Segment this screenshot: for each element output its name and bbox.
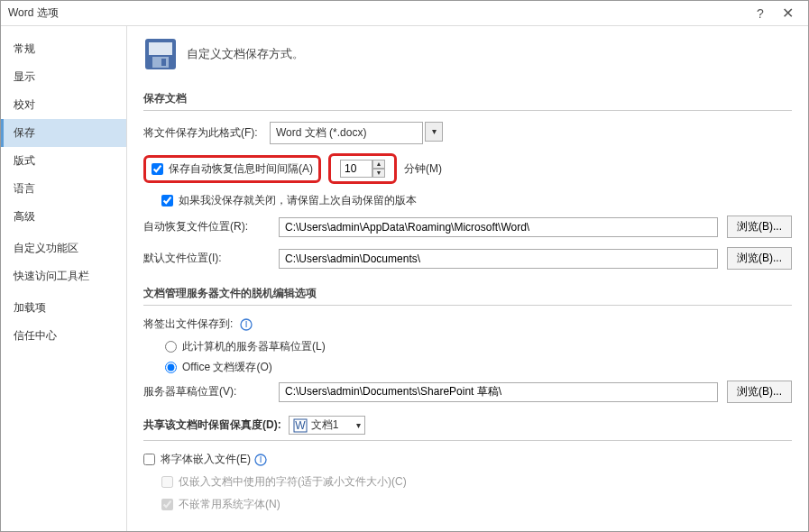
autosave-minutes-input[interactable]: [340, 160, 372, 178]
default-loc-label: 默认文件位置(I):: [143, 251, 279, 266]
sidebar-item-general[interactable]: 常规: [1, 35, 126, 63]
window-title: Word 选项: [8, 5, 747, 21]
section-save-title: 保存文档: [143, 87, 792, 111]
svg-text:i: i: [260, 454, 262, 465]
radio-cache-label: Office 文档缓存(O): [182, 360, 272, 375]
titlebar: Word 选项 ? ✕: [1, 1, 808, 26]
keep-last-autosave-checkbox[interactable]: [161, 195, 173, 206]
format-dropdown-arrow[interactable]: ▾: [425, 122, 443, 142]
minutes-suffix: 分钟(M): [404, 161, 442, 177]
sidebar-item-customize-ribbon[interactable]: 自定义功能区: [1, 234, 126, 262]
sidebar-item-save[interactable]: 保存: [1, 119, 126, 147]
format-dropdown[interactable]: Word 文档 (*.docx): [270, 122, 423, 144]
embed-used-only-label: 仅嵌入文档中使用的字符(适于减小文件大小)(C): [179, 474, 407, 490]
embed-used-only-checkbox: [161, 476, 173, 488]
autosave-highlight-1: 保存自动恢复信息时间间隔(A): [143, 155, 321, 183]
svg-text:W: W: [295, 419, 306, 432]
info-icon[interactable]: i: [240, 318, 253, 331]
sidebar-item-display[interactable]: 显示: [1, 63, 126, 91]
format-label: 将文件保存为此格式(F):: [143, 125, 270, 141]
info-icon-2[interactable]: i: [254, 454, 267, 466]
share-doc-arrow[interactable]: ▾: [356, 420, 361, 430]
sidebar-item-trust-center[interactable]: 信任中心: [1, 322, 126, 350]
browse-server-draft-button[interactable]: 浏览(B)...: [727, 381, 792, 403]
server-draft-label: 服务器草稿位置(V):: [143, 384, 279, 399]
share-doc-name: 文档1: [311, 417, 339, 433]
svg-rect-1: [149, 42, 172, 55]
section-share-title: 共享该文档时保留保真度(D):: [143, 417, 281, 433]
autorecover-loc-label: 自动恢复文件位置(R):: [143, 219, 279, 234]
radio-server-drafts[interactable]: [165, 341, 177, 353]
embed-fonts-label: 将字体嵌入文件(E): [161, 452, 251, 467]
sidebar-item-proofing[interactable]: 校对: [1, 91, 126, 119]
section-offline-title: 文档管理服务器文件的脱机编辑选项: [143, 282, 792, 306]
default-loc-input[interactable]: [279, 249, 718, 269]
svg-rect-3: [161, 59, 166, 66]
page-headline: 自定义文档保存方式。: [187, 46, 304, 62]
svg-text:i: i: [244, 318, 247, 330]
server-draft-input[interactable]: [279, 382, 718, 402]
browse-default-button[interactable]: 浏览(B)...: [727, 247, 792, 270]
content-pane: 自定义文档保存方式。 保存文档 将文件保存为此格式(F): Word 文档 (*…: [127, 26, 808, 531]
keep-last-autosave-label: 如果我没保存就关闭，请保留上次自动保留的版本: [179, 193, 417, 208]
svg-rect-2: [152, 57, 169, 68]
sidebar-item-qat[interactable]: 快速访问工具栏: [1, 262, 126, 290]
sidebar-item-layout[interactable]: 版式: [1, 147, 126, 175]
sidebar-item-language[interactable]: 语言: [1, 175, 126, 203]
autorecover-loc-input[interactable]: [279, 217, 718, 237]
word-doc-icon: W: [293, 418, 308, 433]
spinner-down[interactable]: ▼: [372, 169, 385, 178]
no-common-fonts-label: 不嵌常用系统字体(N): [179, 497, 280, 512]
autosave-label: 保存自动恢复信息时间间隔(A): [169, 161, 313, 177]
save-disk-icon: [143, 37, 178, 71]
embed-fonts-checkbox[interactable]: [143, 454, 155, 465]
browse-autorecover-button[interactable]: 浏览(B)...: [727, 216, 792, 238]
share-doc-combo[interactable]: W 文档1 ▾: [289, 416, 366, 435]
sidebar-item-addins[interactable]: 加载项: [1, 294, 126, 322]
sidebar-item-advanced[interactable]: 高级: [1, 203, 126, 231]
spinner-up[interactable]: ▲: [372, 160, 385, 169]
sidebar: 常规 显示 校对 保存 版式 语言 高级 自定义功能区 快速访问工具栏 加载项 …: [1, 26, 127, 531]
autosave-highlight-2: ▲ ▼: [328, 153, 397, 184]
autosave-checkbox[interactable]: [152, 163, 163, 175]
close-button[interactable]: ✕: [774, 5, 801, 22]
no-common-fonts-checkbox: [161, 499, 173, 510]
save-checkout-label: 将签出文件保存到:: [143, 317, 233, 330]
radio-server-label: 此计算机的服务器草稿位置(L): [182, 339, 326, 354]
help-button[interactable]: ?: [747, 6, 774, 21]
radio-office-cache[interactable]: [165, 362, 177, 373]
